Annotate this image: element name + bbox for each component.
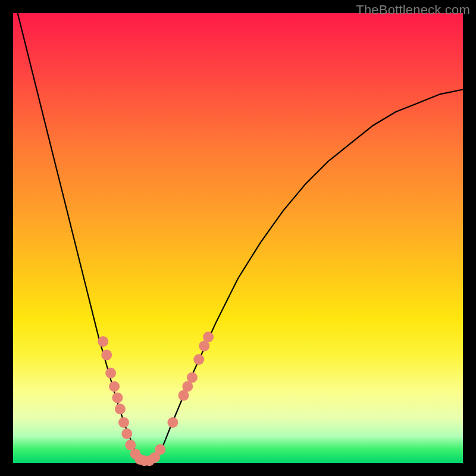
marker-dot (115, 403, 126, 414)
marker-dot (121, 428, 132, 439)
watermark-text: TheBottleneck.com (356, 2, 470, 18)
marker-dot (118, 417, 129, 428)
marker-dot (167, 417, 178, 428)
marker-dot (105, 368, 116, 378)
marker-dot (101, 350, 112, 361)
marker-dot (98, 336, 108, 347)
marker-dot (109, 381, 120, 392)
bottleneck-curve-svg (13, 13, 463, 463)
marker-dot (193, 354, 204, 365)
marker-dot (112, 392, 123, 403)
marker-dot (155, 444, 165, 455)
marker-dots (98, 331, 214, 466)
chart-gradient-panel (13, 13, 463, 463)
bottleneck-curve-path (18, 13, 463, 461)
marker-dot (125, 440, 136, 450)
marker-dot (203, 331, 214, 342)
marker-dot (187, 372, 198, 383)
